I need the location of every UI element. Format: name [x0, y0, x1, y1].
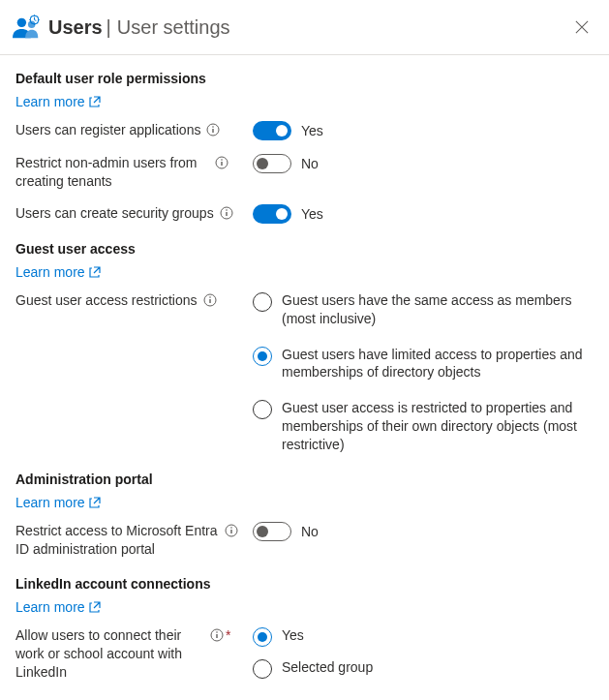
external-link-icon	[89, 96, 101, 107]
page-header: Users | User settings	[0, 0, 609, 55]
setting-label: Guest user access restrictions	[15, 291, 198, 310]
svg-rect-20	[216, 634, 217, 638]
setting-label-wrap: Restrict access to Microsoft Entra ID ad…	[15, 522, 253, 559]
learn-more-label: Learn more	[15, 264, 85, 280]
radio-label: Guest user access is restricted to prope…	[282, 399, 594, 454]
learn-more-link[interactable]: Learn more	[15, 94, 101, 109]
info-icon[interactable]	[203, 293, 217, 307]
radio-option-linkedin-yes[interactable]: Yes	[253, 626, 373, 647]
setting-linkedin-connect: Allow users to connect their work or sch…	[15, 626, 594, 682]
close-icon	[575, 20, 589, 34]
toggle-value: Yes	[301, 123, 323, 138]
section-admin-portal: Administration portal Learn more Restric…	[15, 472, 594, 559]
svg-point-10	[226, 209, 228, 211]
info-icon[interactable]	[215, 156, 228, 169]
svg-rect-11	[226, 212, 227, 216]
radio-option-guest-limited[interactable]: Guest users have limited access to prope…	[253, 346, 594, 382]
setting-label-wrap: Users can register applications	[15, 121, 253, 139]
title-separator: |	[107, 16, 111, 39]
learn-more-link[interactable]: Learn more	[15, 495, 101, 510]
radio-label: Guest users have the same access as memb…	[282, 291, 594, 328]
radio-label: Guest users have limited access to prope…	[282, 346, 594, 382]
radio-option-guest-same[interactable]: Guest users have the same access as memb…	[253, 291, 594, 328]
section-linkedin: LinkedIn account connections Learn more …	[15, 576, 594, 682]
close-button[interactable]	[570, 15, 594, 39]
setting-label-wrap: Restrict non-admin users from creating t…	[15, 154, 253, 191]
radio-icon	[253, 400, 272, 419]
setting-restrict-tenants: Restrict non-admin users from creating t…	[15, 154, 594, 191]
setting-restrict-admin-portal: Restrict access to Microsoft Entra ID ad…	[15, 522, 594, 559]
section-heading: Guest user access	[15, 241, 594, 257]
info-icon[interactable]	[225, 524, 238, 537]
setting-label: Users can create security groups	[15, 204, 214, 223]
section-heading: LinkedIn account connections	[15, 576, 594, 592]
radio-icon	[253, 659, 272, 679]
svg-rect-14	[209, 299, 210, 303]
toggle-value: Yes	[301, 206, 323, 222]
settings-content: Default user role permissions Learn more…	[0, 55, 609, 681]
radio-option-linkedin-selected-group[interactable]: Selected group	[253, 658, 373, 679]
toggle-register-apps[interactable]	[253, 121, 291, 140]
setting-guest-restrictions: Guest user access restrictions Guest use…	[15, 291, 594, 454]
toggle-restrict-tenants[interactable]	[253, 154, 291, 173]
radio-label: Selected group	[282, 658, 373, 677]
learn-more-link[interactable]: Learn more	[15, 599, 101, 615]
info-icon[interactable]	[206, 123, 220, 137]
toggle-value: No	[301, 524, 319, 539]
svg-rect-8	[221, 162, 222, 166]
radio-group-guest: Guest users have the same access as memb…	[253, 291, 594, 454]
learn-more-label: Learn more	[15, 599, 85, 615]
toggle-control: Yes	[253, 204, 323, 224]
section-default-role: Default user role permissions Learn more…	[15, 71, 594, 224]
radio-icon	[253, 347, 272, 366]
learn-more-link[interactable]: Learn more	[15, 264, 101, 280]
toggle-value: No	[301, 156, 319, 171]
radio-group-linkedin: Yes Selected group	[253, 626, 373, 679]
section-guest-access: Guest user access Learn more Guest user …	[15, 241, 594, 454]
page-title: Users	[48, 16, 103, 39]
svg-point-19	[216, 631, 218, 633]
external-link-icon	[89, 266, 101, 278]
radio-icon	[253, 292, 272, 312]
radio-icon	[253, 627, 272, 647]
svg-point-16	[230, 527, 232, 529]
section-heading: Administration portal	[15, 472, 594, 487]
toggle-security-groups[interactable]	[253, 204, 291, 224]
learn-more-label: Learn more	[15, 94, 85, 109]
svg-rect-17	[230, 530, 231, 533]
svg-rect-5	[213, 129, 214, 133]
radio-label: Yes	[282, 626, 304, 645]
info-icon[interactable]	[220, 206, 233, 220]
section-heading: Default user role permissions	[15, 71, 594, 86]
page-subtitle: User settings	[117, 16, 230, 39]
info-icon[interactable]	[210, 628, 224, 642]
setting-label-wrap: Allow users to connect their work or sch…	[15, 626, 253, 682]
external-link-icon	[89, 601, 101, 613]
setting-security-groups: Users can create security groups Yes	[15, 204, 594, 224]
required-asterisk: *	[226, 627, 230, 643]
toggle-restrict-admin[interactable]	[253, 522, 291, 541]
setting-label: Users can register applications	[15, 121, 200, 139]
svg-point-13	[209, 296, 211, 298]
external-link-icon	[89, 497, 101, 508]
svg-point-4	[213, 126, 215, 128]
setting-label: Restrict access to Microsoft Entra ID ad…	[15, 522, 219, 559]
learn-more-label: Learn more	[15, 495, 85, 510]
setting-label-wrap: Guest user access restrictions	[15, 291, 253, 310]
setting-label-wrap: Users can create security groups	[15, 204, 253, 223]
toggle-control: No	[253, 522, 319, 541]
svg-point-0	[17, 18, 26, 27]
setting-label: Restrict non-admin users from creating t…	[15, 154, 209, 191]
setting-label: Allow users to connect their work or sch…	[15, 626, 204, 682]
setting-register-apps: Users can register applications Yes	[15, 121, 594, 140]
toggle-control: Yes	[253, 121, 323, 140]
toggle-control: No	[253, 154, 319, 173]
svg-point-7	[221, 159, 223, 161]
radio-option-guest-restricted[interactable]: Guest user access is restricted to prope…	[253, 399, 594, 454]
users-icon	[12, 12, 43, 43]
